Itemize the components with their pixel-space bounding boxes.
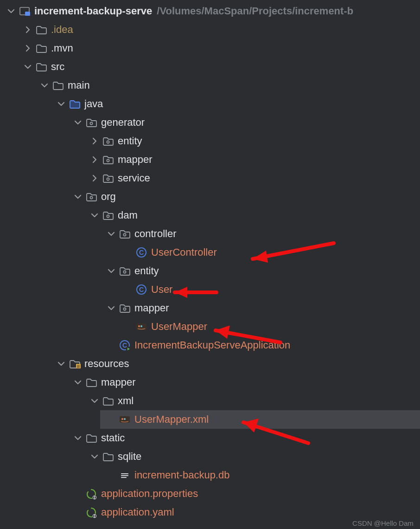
resources-folder-icon — [69, 358, 81, 370]
tree-item-label: xml — [118, 395, 134, 407]
tree-item-label: sqlite — [118, 451, 141, 463]
chevron-down-icon — [57, 99, 66, 109]
chevron-down-icon — [90, 396, 99, 406]
tree-item-mapper-res[interactable]: mapper — [67, 373, 420, 392]
chevron-right-icon — [90, 174, 99, 183]
tree-item-path: /Volumes/MacSpan/Projects/increment-b — [157, 5, 353, 17]
tree-item-label: UserMapper — [151, 321, 207, 333]
package-icon — [119, 302, 131, 314]
tree-item-resources[interactable]: resources — [50, 355, 420, 373]
chevron-down-icon — [23, 62, 32, 71]
chevron-down-icon — [90, 452, 99, 461]
chevron-down-icon — [73, 433, 83, 443]
tree-item-label: .mvn — [51, 42, 73, 54]
tree-item-gen-entity[interactable]: entity — [83, 132, 420, 150]
tree-item-label: application.yaml — [101, 506, 174, 518]
class-icon — [135, 246, 147, 258]
tree-item-controller[interactable]: controller — [100, 225, 420, 243]
tree-item-entity[interactable]: entity — [100, 262, 420, 280]
tree-item-user-controller[interactable]: UserController — [117, 243, 420, 262]
tree-item-label: IncrementBackupServeApplication — [134, 339, 290, 351]
tree-item-label: main — [68, 79, 90, 91]
tree-item-app-class[interactable]: IncrementBackupServeApplication — [100, 336, 420, 355]
chevron-down-icon — [57, 359, 66, 368]
chevron-down-icon — [73, 118, 83, 127]
package-icon — [119, 265, 131, 277]
tree-item-mapper-pkg[interactable]: mapper — [100, 299, 420, 317]
tree-item-org[interactable]: org — [67, 187, 420, 206]
project-tree[interactable]: increment-backup-serve /Volumes/MacSpan/… — [0, 0, 420, 522]
package-icon — [85, 191, 97, 203]
chevron-down-icon — [107, 266, 116, 276]
chevron-right-icon — [23, 25, 32, 34]
package-icon — [102, 209, 114, 221]
tree-item-label: UserController — [151, 246, 217, 258]
tree-item-label: dam — [118, 209, 138, 221]
tree-item-label: User — [151, 284, 172, 296]
chevron-down-icon — [90, 211, 99, 220]
database-file-icon — [119, 469, 131, 481]
tree-item-xml[interactable]: xml — [83, 392, 420, 410]
tree-item-label: increment-backup-serve — [34, 5, 152, 17]
tree-item-java[interactable]: java — [50, 95, 420, 113]
tree-item-main[interactable]: main — [33, 76, 420, 95]
tree-item-idea[interactable]: .idea — [17, 20, 420, 39]
tree-item-user-mapper-xml[interactable]: UserMapper.xml — [100, 410, 420, 429]
chevron-right-icon — [90, 155, 99, 164]
chevron-down-icon — [73, 192, 83, 201]
chevron-right-icon — [90, 136, 99, 146]
folder-icon — [102, 451, 114, 463]
tree-item-root[interactable]: increment-backup-serve /Volumes/MacSpan/… — [0, 2, 420, 20]
folder-icon — [85, 376, 97, 388]
tree-item-static[interactable]: static — [67, 429, 420, 447]
mybatis-icon — [135, 321, 147, 333]
tree-item-app-props[interactable]: application.properties — [67, 484, 420, 503]
class-icon — [135, 284, 147, 296]
tree-item-label: entity — [118, 135, 142, 147]
tree-item-label: service — [118, 172, 150, 184]
module-icon — [19, 5, 31, 17]
tree-item-label: mapper — [101, 376, 136, 388]
tree-item-app-yaml[interactable]: application.yaml — [67, 503, 420, 522]
tree-item-label: org — [101, 191, 116, 203]
package-icon — [85, 116, 97, 129]
tree-item-dam[interactable]: dam — [83, 206, 420, 225]
tree-item-label: mapper — [134, 302, 169, 314]
tree-item-src[interactable]: src — [17, 58, 420, 76]
tree-item-label: resources — [84, 358, 129, 370]
tree-item-label: application.properties — [101, 488, 198, 500]
tree-item-label: generator — [101, 116, 145, 129]
tree-item-user[interactable]: User — [117, 280, 420, 299]
tree-item-label: increment-backup.db — [134, 469, 229, 481]
tree-item-generator[interactable]: generator — [67, 113, 420, 132]
mybatis-icon — [119, 413, 131, 426]
tree-item-db-file[interactable]: increment-backup.db — [100, 466, 420, 484]
tree-item-gen-service[interactable]: service — [83, 169, 420, 187]
folder-icon — [35, 61, 47, 73]
package-icon — [102, 135, 114, 147]
class-runnable-icon — [119, 339, 131, 351]
tree-item-label: mapper — [118, 154, 153, 166]
folder-icon — [52, 79, 64, 91]
spring-config-icon — [85, 506, 97, 518]
tree-item-label: .idea — [51, 24, 73, 36]
tree-item-user-mapper[interactable]: UserMapper — [117, 317, 420, 336]
package-icon — [119, 228, 131, 240]
tree-item-label: UserMapper.xml — [134, 413, 209, 426]
tree-item-mvn[interactable]: .mvn — [17, 39, 420, 58]
chevron-right-icon — [23, 44, 32, 53]
spring-config-icon — [85, 488, 97, 500]
folder-icon — [35, 24, 47, 36]
chevron-down-icon — [6, 6, 16, 16]
source-folder-icon — [69, 98, 81, 110]
chevron-down-icon — [107, 229, 116, 239]
chevron-down-icon — [73, 378, 83, 387]
tree-item-sqlite[interactable]: sqlite — [83, 447, 420, 466]
tree-item-label: static — [101, 432, 125, 444]
tree-item-gen-mapper[interactable]: mapper — [83, 150, 420, 169]
folder-icon — [35, 42, 47, 54]
folder-icon — [102, 395, 114, 407]
package-icon — [102, 172, 114, 184]
tree-item-label: controller — [134, 228, 176, 240]
tree-item-label: entity — [134, 265, 159, 277]
